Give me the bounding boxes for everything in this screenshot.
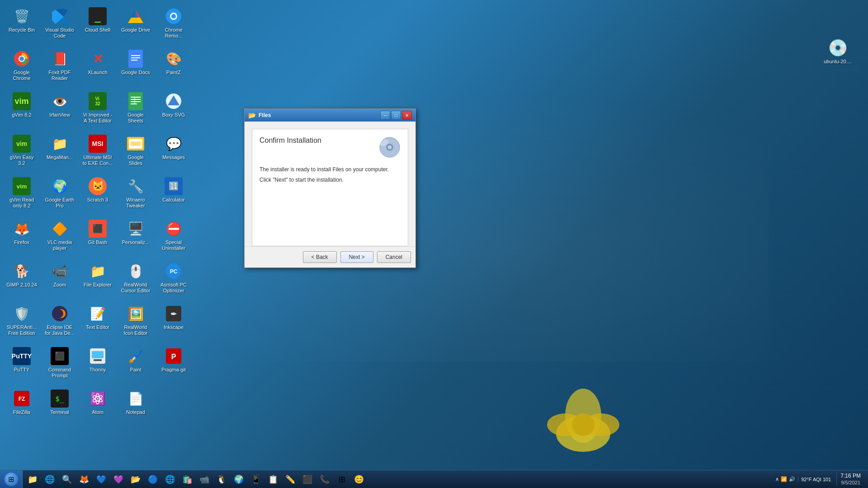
desktop-icon-foxit[interactable]: 📕 Foxit PDF Reader [42,47,77,88]
desktop-icon-asmsoft[interactable]: PC Asmsoft PC Optimizer [156,259,191,300]
gvim-easy-label: gVim Easy 3.2 [6,155,37,166]
taskbar-icon-terminal-tb[interactable]: ⬛ [299,471,316,488]
taskbar-icon-powershell[interactable]: 🔵 [145,471,161,488]
taskbar-icon-pen[interactable]: ✏️ [282,471,298,488]
taskbar-icon-store[interactable]: 🛍️ [179,471,195,488]
taskbar-icon-tablet[interactable]: 📋 [265,471,281,488]
taskbar-icon-search[interactable]: 🔍 [59,471,75,488]
desktop-icon-filezilla[interactable]: FZ FileZilla [5,387,39,427]
dialog-next-button[interactable]: Next > [340,251,373,263]
desktop-icon-personaliz[interactable]: 🖥️ Personaliz... [118,217,153,258]
desktop-icon-megaman[interactable]: 📁 MegaMan... [42,132,77,173]
dialog-minimize-button[interactable]: ─ [380,111,390,120]
taskbar-icon-phone[interactable]: 📱 [248,471,264,488]
desktop-icon-firefox[interactable]: 🦊 Firefox [5,217,39,258]
dialog-cancel-button[interactable]: Cancel [377,251,411,263]
desktop-icon-notepad[interactable]: 📄 Notepad [118,387,153,427]
taskbar-icon-folder[interactable]: 📂 [127,471,144,488]
taskbar-icon-ubuntu[interactable]: 🐧 [213,471,230,488]
notepad-label: Notepad [126,409,145,415]
desktop-icon-gvim-easy[interactable]: vim gVim Easy 3.2 [5,132,39,173]
taskbar-icon-vscode[interactable]: 💙 [93,471,109,488]
desktop-icon-paintz[interactable]: 🎨 PaintZ [156,47,191,88]
taskbar-icon-vs[interactable]: 💜 [110,471,127,488]
desktop-icon-realworld-cursor[interactable]: 🖱️ RealWorld Cursor Editor [118,259,153,300]
desktop-icon-cmd[interactable]: ⬛ Command Prompt [42,344,77,385]
svg-rect-17 [131,97,141,98]
desktop-icon-zoom[interactable]: 📹 Zoom [42,259,77,300]
paint-icon: 🖌️ [127,347,145,365]
taskbar-icon-file-explorer[interactable]: 📁 [24,471,41,488]
dialog-back-button[interactable]: < Back [303,251,337,263]
flower-decoration [538,380,628,452]
desktop-icon-thonny[interactable]: Thonny [80,344,115,385]
dialog-close-button[interactable]: ✕ [402,111,412,120]
desktop-icon-pragma-git[interactable]: P Pragma-git [156,344,191,385]
taskbar-icon-grid[interactable]: ⊞ [334,471,350,488]
dialog-maximize-button[interactable]: □ [391,111,401,120]
desktop-icon-inkscape[interactable]: ✒ Inkscape [156,302,191,343]
desktop-icon-vscode[interactable]: Visual Studio Code [42,5,77,45]
taskbar-icon-firefox[interactable]: 🦊 [76,471,92,488]
superanti-label: SUPERAnti... Free Edition [6,324,37,336]
vi-improved-icon: Vi32 [89,92,107,110]
desktop-icon-recycle-bin[interactable]: 🗑️ Recycle Bin [5,5,39,45]
taskbar-icon-earth[interactable]: 🌍 [231,471,247,488]
desktop-icon-paint[interactable]: 🖌️ Paint [118,344,153,385]
desktop-icon-superanti[interactable]: 🛡️ SUPERAnti... Free Edition [5,302,39,343]
desktop-icon-google-slides[interactable]: Google Slides [118,132,153,173]
svg-rect-13 [131,55,140,56]
desktop-icon-vlc[interactable]: 🔶 VLC media player [42,217,77,258]
svg-text:✒: ✒ [170,310,177,319]
thonny-label: Thonny [90,367,106,373]
boxy-svg-icon [165,92,183,110]
svg-rect-12 [128,50,143,68]
gimp-icon: 🐕 [13,262,31,280]
taskbar-icon-phone2[interactable]: 📞 [316,471,333,488]
taskbar-icon-ie[interactable]: 🌐 [162,471,178,488]
taskbar-clock[interactable]: 7:16 PM 9/5/2021 [836,473,864,486]
desktop-icon-putty[interactable]: PuTTY PuTTY [5,344,39,385]
taskbar-icon-emoji[interactable]: 😊 [351,471,367,488]
desktop-icon-google-earth[interactable]: 🌍 Google Earth Pro [42,174,77,215]
ubuntu-icon[interactable]: 💿 ubuntu-20.... [821,36,854,67]
desktop-icon-text-editor[interactable]: 📝 Text Editor [80,302,115,343]
desktop-icon-google-docs[interactable]: Google Docs [118,47,153,88]
desktop-icon-google-sheets[interactable]: Google Sheets [118,89,153,130]
desktop-icon-irfanview[interactable]: 👁️ IrfanView [42,89,77,130]
desktop-icon-xlaunch[interactable]: ✕ XLaunch [80,47,115,88]
desktop-icon-winaero[interactable]: 🔧 Winaero Tweaker [118,174,153,215]
desktop-icon-google-drive[interactable]: Google Drive [118,5,153,45]
desktop-icon-gvim-read[interactable]: vim gVim Read only 8.2 [5,174,39,215]
desktop-icon-messages[interactable]: 💬 Messages [156,132,191,173]
desktop-icon-google-chrome[interactable]: Google Chrome [5,47,39,88]
desktop-icon-atom[interactable]: ⚛️ Atom [80,387,115,427]
putty-icon: PuTTY [13,347,31,365]
desktop-icon-scratch3[interactable]: 🐱 Scratch 3 [80,174,115,215]
desktop-icon-git-bash[interactable]: ⬛ Git Bash [80,217,115,258]
desktop-icon-terminal[interactable]: $_ Terminal [42,387,77,427]
desktop-icon-realworld-icon[interactable]: 🖼️ RealWorld Icon Editor [118,302,153,343]
desktop-icon-ultimate-msi[interactable]: MSI Ultimate MSI to EXE Con... [80,132,115,173]
desktop-icon-special-uninstaller[interactable]: ⛔ Special Uninstaller [156,217,191,258]
firefox-label: Firefox [14,239,29,245]
google-docs-icon [127,50,145,68]
taskbar-icon-chrome[interactable]: 🌐 [42,471,58,488]
desktop-icon-vi-improved[interactable]: Vi32 Vi Improved - A Text Editor [80,89,115,130]
chrome-remote-icon [165,7,183,25]
google-slides-icon [127,135,145,153]
vscode-icon [51,7,69,25]
desktop-icon-gimp[interactable]: 🐕 GIMP 2.10.24 [5,259,39,300]
dialog-titlebar-buttons: ─ □ ✕ [380,111,412,120]
desktop-icon-cloud-shell[interactable]: _ Cloud Shell [80,5,115,45]
taskbar-chevron[interactable]: ∧ [775,476,779,482]
desktop-icon-chrome-remote[interactable]: Chrome Remo... [156,5,191,45]
recycle-bin-icon: 🗑️ [13,7,31,25]
desktop-icon-file-explorer[interactable]: 📁 File Explorer [80,259,115,300]
desktop-icon-boxy-svg[interactable]: Boxy SVG [156,89,191,130]
desktop-icon-calculator[interactable]: 🔢 Calculator [156,174,191,215]
taskbar-icon-zoom[interactable]: 📹 [196,471,212,488]
desktop-icon-eclipse[interactable]: Eclipse IDE for Java De... [42,302,77,343]
start-button[interactable]: ⊞ [0,470,23,488]
desktop-icon-gvim[interactable]: vim gVim 8.2 [5,89,39,130]
